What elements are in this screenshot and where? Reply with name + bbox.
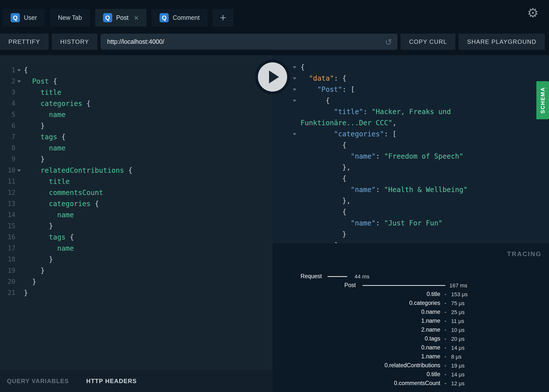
trace-row: Post167 ms: [273, 281, 549, 290]
trace-timeline-bar: [328, 276, 347, 277]
fold-gutter: [15, 143, 24, 154]
code-text: }: [24, 220, 53, 232]
tab-label: User: [24, 14, 37, 21]
trace-time: 11 μs: [451, 318, 464, 324]
editor-line[interactable]: 19 }: [0, 265, 273, 276]
fold-gutter: [15, 220, 24, 232]
schema-tab[interactable]: SCHEMA: [536, 81, 549, 119]
tracing-title: TRACING: [507, 250, 542, 258]
json-text: {: [301, 95, 330, 106]
editor-line[interactable]: 1{: [0, 65, 273, 76]
json-text: }: [301, 229, 346, 240]
fold-gutter: [273, 173, 301, 184]
fold-gutter: [15, 154, 24, 165]
close-tab-icon[interactable]: ×: [134, 14, 139, 22]
fold-arrow-icon[interactable]: [15, 165, 24, 176]
fold-arrow-icon[interactable]: [15, 65, 24, 76]
editor-line[interactable]: 2 Post {: [0, 76, 273, 87]
fold-arrow-icon[interactable]: [273, 128, 301, 140]
editor-line[interactable]: 17 name: [0, 243, 273, 254]
fold-arrow-icon[interactable]: [273, 95, 301, 106]
code-text: Post {: [24, 76, 57, 87]
fold-gutter: [273, 184, 301, 195]
tracing-rows: Request44 msPost167 ms0.title-153 μs0.ca…: [273, 272, 549, 388]
trace-label: 0.title: [273, 371, 440, 378]
code-text: }: [24, 276, 36, 287]
trace-label: 0.relatedContributions: [273, 362, 440, 369]
code-text: title: [24, 176, 70, 187]
line-number: 2: [0, 76, 15, 87]
fold-gutter: [15, 243, 24, 254]
editor-line[interactable]: 14 name: [0, 209, 273, 220]
tab-user[interactable]: Q User: [3, 9, 45, 26]
trace-row: 0.commentsCount-12 μs: [273, 379, 549, 388]
editor-line[interactable]: 3 title: [0, 87, 273, 98]
editor-line[interactable]: 16 tags {: [0, 232, 273, 243]
editor-line[interactable]: 12 commentsCount: [0, 187, 273, 198]
response-line: },: [273, 195, 549, 206]
trace-row: 0.name-14 μs: [273, 344, 549, 353]
response-line: }: [273, 229, 549, 240]
line-number: 6: [0, 120, 15, 131]
code-text: }: [24, 254, 53, 265]
editor-line[interactable]: 9 }: [0, 154, 273, 165]
settings-gear-icon[interactable]: ⚙: [527, 6, 539, 19]
fold-gutter: [15, 265, 24, 276]
editor-line[interactable]: 4 categories {: [0, 98, 273, 109]
json-text: ]: [301, 240, 338, 243]
response-line: Funktionäre...Der CCC",: [273, 117, 549, 128]
reload-icon[interactable]: ↺: [385, 37, 392, 47]
response-line: },: [273, 162, 549, 173]
response-line: {: [273, 173, 549, 184]
code-text: name: [24, 109, 66, 120]
editor-line[interactable]: 10 relatedContributions {: [0, 165, 273, 176]
editor-line[interactable]: 13 categories {: [0, 198, 273, 209]
fold-arrow-icon[interactable]: [15, 76, 24, 87]
line-number: 5: [0, 109, 15, 120]
line-number: 11: [0, 176, 15, 187]
copy-curl-button[interactable]: COPY CURL: [401, 34, 455, 50]
execute-query-button[interactable]: [255, 59, 290, 95]
response-line: "categories": [: [273, 128, 549, 140]
json-text: "name": "Freedom of Speech": [301, 151, 463, 162]
fold-gutter: [273, 195, 301, 206]
tab-comment[interactable]: Q Comment: [152, 9, 207, 26]
query-variables-tab[interactable]: QUERY VARIABLES: [7, 378, 69, 385]
graphql-playground-window: Q User New Tab Q Post × Q Comment + ⚙ PR…: [0, 0, 549, 392]
editor-line[interactable]: 18 }: [0, 254, 273, 265]
trace-dash: -: [444, 300, 446, 306]
share-playground-button[interactable]: SHARE PLAYGROUND: [459, 34, 545, 50]
query-editor-pane[interactable]: 1{2 Post {3 title4 categories {5 name6 }…: [0, 55, 273, 392]
add-tab-button[interactable]: +: [213, 9, 233, 26]
url-input[interactable]: [101, 34, 397, 50]
trace-label: 0.name: [273, 344, 440, 351]
editor-line[interactable]: 11 title: [0, 176, 273, 187]
editor-line[interactable]: 6 }: [0, 120, 273, 131]
response-line: {: [273, 140, 549, 151]
fold-gutter: [273, 162, 301, 173]
http-headers-tab[interactable]: HTTP HEADERS: [86, 378, 137, 385]
query-editor-lines: 1{2 Post {3 title4 categories {5 name6 }…: [0, 55, 273, 370]
editor-line[interactable]: 20 }: [0, 276, 273, 287]
code-text: }: [24, 265, 45, 276]
history-button[interactable]: HISTORY: [52, 34, 97, 50]
response-pane: { "data": { "Post": [ { "title": "Hacker…: [273, 55, 549, 243]
editor-line[interactable]: 15 }: [0, 220, 273, 232]
trace-row: 0.title-153 μs: [273, 290, 549, 299]
code-text: name: [24, 243, 74, 254]
json-text: {: [301, 140, 346, 151]
tab-post[interactable]: Q Post ×: [95, 9, 147, 26]
trace-row: 1.name-11 μs: [273, 317, 549, 326]
prettify-button[interactable]: PRETTIFY: [0, 34, 49, 50]
editor-line[interactable]: 8 name: [0, 143, 273, 154]
editor-line[interactable]: 7 tags {: [0, 131, 273, 143]
line-number: 4: [0, 98, 15, 109]
tab-new-tab[interactable]: New Tab: [50, 9, 90, 26]
trace-dash: -: [444, 371, 446, 378]
line-number: 14: [0, 209, 15, 220]
trace-time: 12 μs: [451, 380, 465, 387]
editor-line[interactable]: 21}: [0, 287, 273, 298]
editor-line[interactable]: 5 name: [0, 109, 273, 120]
trace-label: 1.name: [273, 318, 440, 324]
response-line: ]: [273, 240, 549, 243]
